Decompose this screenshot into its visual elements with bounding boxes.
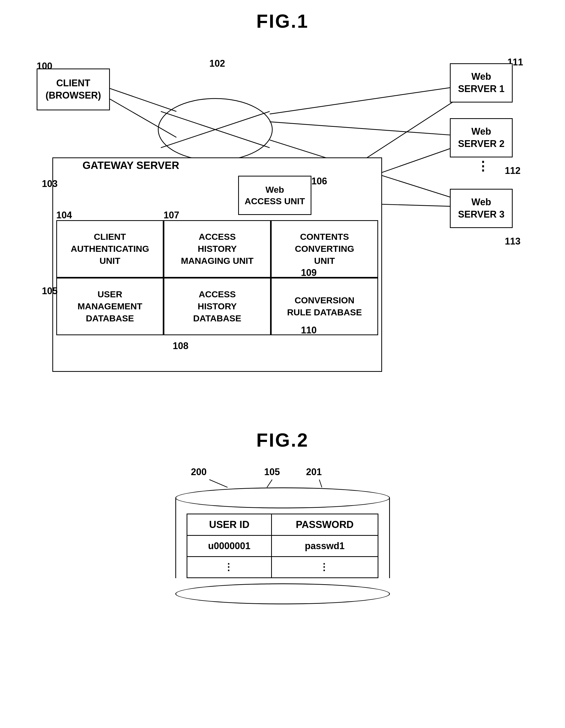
fig2-database-cylinder: USER ID PASSWORD u0000001 passwd1 ⋮ ⋮ [175, 487, 390, 604]
svg-line-3 [161, 111, 270, 148]
access-history-db-box: ACCESS HISTORY DATABASE [163, 278, 271, 335]
web-access-box: Web ACCESS UNIT [238, 176, 312, 215]
svg-line-4 [161, 111, 270, 148]
ws3-num-label: 113 [505, 236, 521, 247]
cylinder-body: USER ID PASSWORD u0000001 passwd1 ⋮ ⋮ [175, 498, 390, 578]
svg-line-12 [209, 480, 228, 487]
client-auth-box: CLIENT AUTHENTICATING UNIT [56, 220, 163, 278]
inner-boxes-row: CLIENT AUTHENTICATING UNIT ACCESS HISTOR… [56, 220, 378, 278]
web-server2-box: Web SERVER 2 [450, 118, 513, 157]
table-row-dots: ⋮ ⋮ [187, 557, 378, 578]
client-browser-box: CLIENT (BROWSER) [37, 69, 110, 110]
user-mgmt-num-label: 105 [42, 286, 58, 297]
fig1-diagram: 100 CLIENT (BROWSER) 102 111 Web SERVER … [16, 42, 549, 403]
svg-line-1 [109, 99, 176, 138]
access-history-num-label: 107 [163, 210, 179, 221]
web-server3-box: Web SERVER 3 [450, 189, 513, 228]
user-id-dots: ⋮ [187, 557, 271, 578]
fig2-section: FIG.2 200 105 201 USER ID PASSWORD [16, 429, 549, 604]
cylinder-top [175, 487, 390, 508]
password-cell-1: passwd1 [271, 536, 378, 557]
svg-line-0 [109, 88, 176, 111]
access-history-db-num-label: 108 [173, 340, 188, 351]
web-access-num-label: 106 [312, 176, 327, 187]
web-server1-box: Web SERVER 1 [450, 63, 513, 103]
fig2-title: FIG.2 [16, 429, 549, 451]
user-id-header: USER ID [187, 514, 271, 536]
access-history-box: ACCESS HISTORY MANAGING UNIT [163, 220, 271, 278]
client-auth-num-label: 104 [56, 210, 72, 221]
password-header: PASSWORD [271, 514, 378, 536]
svg-line-13 [267, 480, 272, 487]
conversion-rule-db-box: CONVERSION RULE DATABASE [271, 278, 378, 335]
cylinder-bottom [175, 583, 390, 604]
contents-converting-box: CONTENTS CONVERTING UNIT [271, 220, 378, 278]
gateway-title: GATEWAY SERVER [52, 160, 209, 171]
conversion-rule-num-label: 110 [301, 325, 317, 336]
user-id-cell-1: u0000001 [187, 536, 271, 557]
network-num-label: 102 [209, 58, 225, 69]
table-row-1: u0000001 passwd1 [187, 536, 378, 557]
user-mgmt-db-box: USER MANAGEMENT DATABASE [56, 278, 163, 335]
db-boxes-row: USER MANAGEMENT DATABASE ACCESS HISTORY … [56, 278, 378, 335]
ws2-num-label: 112 [505, 165, 521, 176]
contents-converting-num-label: 109 [301, 267, 317, 278]
fig1-title: FIG.1 [16, 10, 549, 32]
password-dots: ⋮ [271, 557, 378, 578]
svg-line-14 [319, 480, 322, 487]
gateway-num-label: 103 [42, 178, 58, 189]
svg-point-2 [158, 99, 272, 161]
server-dots: ⋮ [477, 159, 489, 173]
user-management-table: USER ID PASSWORD u0000001 passwd1 ⋮ ⋮ [186, 514, 379, 578]
